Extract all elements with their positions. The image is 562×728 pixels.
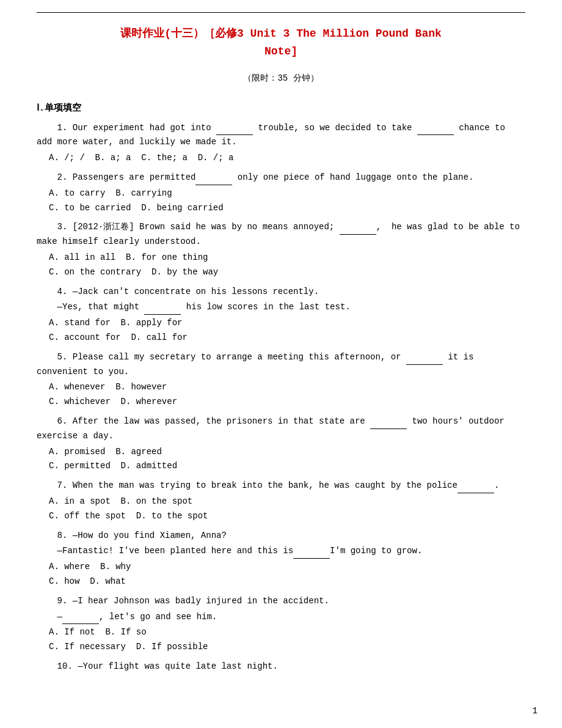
- top-line: [37, 12, 525, 13]
- question-5: 5. Please call my secretary to arrange a…: [37, 350, 525, 410]
- blank-3: [340, 234, 376, 235]
- option-4b: C. account for D. call for: [49, 331, 525, 345]
- option-2a: A. to carry B. carrying: [49, 186, 525, 201]
- option-8b: C. how D. what: [49, 575, 525, 589]
- time-limit: （限时：35 分钟）: [37, 73, 525, 84]
- option-5b: C. whichever D. wherever: [49, 395, 525, 410]
- question-1-text: 1. Our experiment had got into trouble, …: [37, 121, 525, 150]
- option-9a: A. If not B. If so: [49, 625, 525, 640]
- question-9-text: 9. —I hear Johnson was badly injured in …: [37, 594, 525, 609]
- option-4a: A. stand for B. apply for: [49, 316, 525, 331]
- blank-6: [370, 428, 407, 429]
- question-2-options: A. to carry B. carrying C. to be carried…: [37, 186, 525, 216]
- option-3b: C. on the contrary D. by the way: [49, 265, 525, 280]
- option-6a: A. promised B. agreed: [49, 445, 525, 460]
- question-8-text: 8. —How do you find Xiamen, Anna?: [37, 529, 525, 543]
- question-3: 3. [2012·浙江卷] Brown said he was by no me…: [37, 220, 525, 279]
- question-7: 7. When the man was trying to break into…: [37, 479, 525, 523]
- question-1-options: A. /; / B. a; a C. the; a D. /; a: [37, 151, 525, 166]
- question-8-text2: —Fantastic! I've been planted here and t…: [37, 544, 525, 559]
- blank-9: [62, 623, 99, 624]
- question-10-text: 10. —Your flight was quite late last nig…: [37, 660, 525, 674]
- question-6: 6. After the law was passed, the prisone…: [37, 414, 525, 474]
- question-7-options: A. in a spot B. on the spot C. off the s…: [37, 495, 525, 524]
- question-6-options: A. promised B. agreed C. permitted D. ad…: [37, 445, 525, 474]
- blank-5: [406, 364, 443, 365]
- question-8: 8. —How do you find Xiamen, Anna? —Fanta…: [37, 529, 525, 589]
- question-4: 4. —Jack can't concentrate on his lesson…: [37, 285, 525, 345]
- question-7-text: 7. When the man was trying to break into…: [37, 479, 525, 493]
- title-section: 课时作业(十三）［必修3 Unit 3 The Million Pound Ba…: [37, 25, 525, 61]
- question-6-text: 6. After the law was passed, the prisone…: [37, 414, 525, 444]
- option-1: A. /; / B. a; a C. the; a D. /; a: [49, 151, 525, 166]
- question-9-options: A. If not B. If so C. If necessary D. If…: [37, 625, 525, 655]
- blank-7: [458, 493, 494, 493]
- question-9: 9. —I hear Johnson was badly injured in …: [37, 594, 525, 655]
- question-4-text2: —Yes, that might his low scores in the l…: [37, 300, 525, 315]
- question-4-text: 4. —Jack can't concentrate on his lesson…: [37, 285, 525, 300]
- page-container: 课时作业(十三）［必修3 Unit 3 The Million Pound Ba…: [0, 0, 562, 728]
- section1-header: Ⅰ.单项填空: [37, 102, 525, 114]
- option-2b: C. to be carried D. being carried: [49, 201, 525, 216]
- question-2-text: 2. Passengers are permitted only one pie…: [37, 171, 525, 185]
- question-2: 2. Passengers are permitted only one pie…: [37, 171, 525, 215]
- blank-2: [195, 185, 232, 185]
- question-5-options: A. whenever B. however C. whichever D. w…: [37, 380, 525, 410]
- option-9b: C. If necessary D. If possible: [49, 640, 525, 655]
- question-10: 10. —Your flight was quite late last nig…: [37, 660, 525, 674]
- blank-4: [144, 314, 181, 315]
- question-9-text2: —, let's go and see him.: [37, 610, 525, 625]
- title-main: 课时作业(十三）［必修3 Unit 3 The Million Pound Ba…: [37, 25, 525, 61]
- question-5-text: 5. Please call my secretary to arrange a…: [37, 350, 525, 380]
- question-3-text: 3. [2012·浙江卷] Brown said he was by no me…: [37, 220, 525, 249]
- blank-1a: [216, 134, 253, 135]
- option-8a: A. where B. why: [49, 560, 525, 575]
- question-3-options: A. all in all B. for one thing C. on the…: [37, 251, 525, 280]
- question-8-options: A. where B. why C. how D. what: [37, 560, 525, 589]
- option-3a: A. all in all B. for one thing: [49, 251, 525, 265]
- title-line1: 课时作业(十三）［必修3 Unit 3 The Million Pound Ba…: [120, 28, 442, 40]
- title-line2: Note]: [265, 45, 297, 57]
- option-7a: A. in a spot B. on the spot: [49, 495, 525, 509]
- blank-1b: [417, 134, 454, 135]
- question-4-options: A. stand for B. apply for C. account for…: [37, 316, 525, 345]
- blank-8: [293, 558, 330, 559]
- option-7b: C. off the spot D. to the spot: [49, 509, 525, 524]
- page-number: 1: [533, 706, 538, 716]
- option-6b: C. permitted D. admitted: [49, 459, 525, 474]
- question-1: 1. Our experiment had got into trouble, …: [37, 121, 525, 166]
- option-5a: A. whenever B. however: [49, 380, 525, 395]
